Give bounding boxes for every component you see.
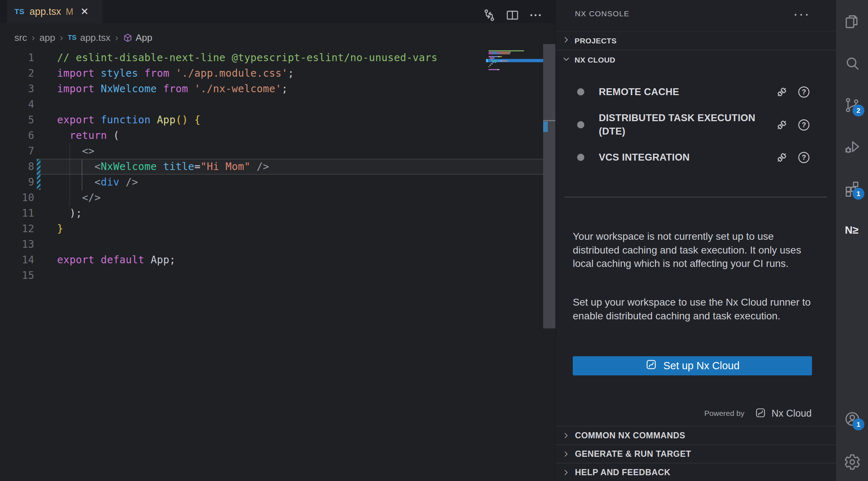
open-changes-icon[interactable]: [482, 8, 497, 24]
code-line-13: 13: [0, 237, 543, 252]
section-nx-cloud[interactable]: NX CLOUD: [556, 50, 836, 69]
breadcrumb-separator: ›: [60, 32, 63, 43]
chevron-right-icon: [562, 35, 575, 46]
breadcrumb-label: app: [39, 32, 55, 43]
powered-by-label: Powered by: [704, 409, 744, 418]
line-number: 3: [0, 81, 34, 97]
code-text: export default App;: [57, 252, 176, 268]
line-number: 12: [0, 221, 34, 237]
section-label: PROJECTS: [575, 37, 616, 45]
minimap-line-segment: [489, 50, 524, 51]
overview-ruler-line: [543, 120, 555, 121]
editor-scrollbar[interactable]: [543, 44, 555, 328]
connect-icon[interactable]: [775, 118, 788, 132]
feature-row-distributed-task-execution-dte-: DISTRIBUTED TASK EXECUTION (DTE)?: [556, 108, 836, 142]
panel-title: NX CONSOLE: [575, 9, 629, 18]
line-number: 6: [0, 128, 34, 143]
breadcrumb-item-app-tsx[interactable]: TSapp.tsx: [68, 32, 110, 43]
code-line-11: 11 );: [0, 205, 543, 221]
feature-label: VCS INTEGRATION: [599, 151, 690, 164]
minimap-line-segment: [495, 62, 496, 63]
code-line-2: 2import styles from './app.module.css';: [0, 65, 543, 81]
tab-label: app.tsx: [30, 6, 61, 17]
breadcrumb-item-src[interactable]: src: [14, 32, 27, 43]
code-text: export function App() {: [57, 112, 201, 128]
breadcrumb-item-App[interactable]: App: [123, 32, 152, 43]
more-actions-icon[interactable]: [528, 8, 543, 24]
tab-app-tsx[interactable]: TS app.tsx M ✕: [7, 0, 103, 23]
minimap-line-segment: [501, 53, 509, 54]
code-line-12: 12}: [0, 221, 543, 237]
divider: [564, 197, 827, 197]
minimap-line-segment: [498, 60, 501, 61]
connect-icon[interactable]: [775, 151, 788, 164]
section-generate-run-target[interactable]: GENERATE & RUN TARGET: [556, 444, 836, 463]
code-text: <NxWelcome title="Hi Mom" />: [57, 159, 269, 174]
minimap-line-segment: [493, 53, 498, 54]
code-text: import NxWelcome from './nx-welcome';: [57, 81, 288, 97]
close-tab-icon[interactable]: ✕: [81, 7, 89, 17]
code-line-4: 4: [0, 97, 543, 112]
help-icon[interactable]: ?: [797, 85, 811, 99]
feature-row-remote-cache: REMOTE CACHE?: [556, 80, 836, 103]
minimap-line-segment: [502, 60, 507, 61]
code-line-14: 14export default App;: [0, 252, 543, 268]
section-help-and-feedback[interactable]: HELP AND FEEDBACK: [556, 463, 836, 481]
code-line-5: 5export function App() {: [0, 112, 543, 128]
connect-icon[interactable]: [775, 85, 788, 99]
activity-bar: 21N≥1: [835, 0, 868, 481]
svg-text:?: ?: [802, 88, 806, 96]
activity-bar-accounts-icon[interactable]: 1: [836, 403, 868, 435]
minimap-line-segment: [490, 58, 494, 59]
minimap-line-segment: [489, 66, 489, 67]
activity-bar-extensions-icon[interactable]: 1: [836, 172, 868, 204]
activity-bar-explorer-icon[interactable]: [836, 5, 868, 38]
status-bullet-icon: [577, 121, 584, 128]
breadcrumb-item-app[interactable]: app: [39, 32, 55, 43]
activity-bar-settings-icon[interactable]: [836, 446, 868, 478]
line-number: 1: [0, 50, 34, 65]
activity-bar-run-and-debug-icon[interactable]: [836, 130, 868, 163]
minimap-line-segment: [499, 52, 510, 53]
minimap-line-segment: [507, 60, 508, 61]
breadcrumb: src›app›TSapp.tsx›App: [14, 28, 152, 47]
section-common-nx-commands[interactable]: COMMON NX COMMANDS: [556, 426, 836, 444]
setup-hint-text: Set up your workspace to use the Nx Clou…: [573, 295, 814, 323]
minimap-modified-marker: [486, 59, 488, 62]
symbol-cube-icon: [123, 33, 133, 43]
breadcrumb-separator: ›: [32, 32, 35, 43]
minimap-line-segment: [490, 65, 491, 66]
help-icon[interactable]: ?: [797, 118, 811, 132]
breadcrumb-label: src: [14, 32, 27, 43]
svg-text:?: ?: [802, 153, 806, 161]
activity-bar-search-icon[interactable]: [836, 47, 868, 80]
breadcrumb-separator: ›: [115, 32, 119, 43]
workspace-status-text: Your workspace is not currently set up t…: [573, 230, 814, 271]
feature-label: DISTRIBUTED TASK EXECUTION (DTE): [599, 111, 758, 138]
activity-bar-source-control-icon[interactable]: 2: [836, 89, 868, 121]
line-number: 7: [0, 143, 34, 159]
line-number: 5: [0, 112, 34, 128]
badge: 2: [852, 105, 864, 116]
section-projects[interactable]: PROJECTS: [556, 31, 836, 50]
minimap-line-segment: [510, 53, 510, 54]
feature-row-vcs-integration: VCS INTEGRATION?: [556, 146, 836, 169]
activity-bar-nx-console-icon[interactable]: N≥: [836, 213, 868, 246]
nx-console-panel: NX CONSOLE ··· PROJECTS NX CLOUD REMOTE …: [555, 0, 835, 481]
minimap-line-segment: [499, 56, 500, 57]
help-icon[interactable]: ?: [797, 151, 811, 164]
badge: 1: [852, 418, 864, 430]
setup-nx-cloud-button[interactable]: Set up Nx Cloud: [573, 356, 812, 375]
code-text: </>: [57, 190, 101, 205]
minimap-line-segment: [494, 58, 494, 59]
powered-by-nx-cloud[interactable]: Powered by Nx Cloud: [704, 405, 812, 422]
panel-more-actions-icon[interactable]: ···: [793, 7, 810, 22]
minimap-line-segment: [489, 56, 493, 57]
split-editor-icon[interactable]: [505, 8, 520, 24]
line-number: 8: [0, 159, 34, 174]
status-bullet-icon: [577, 88, 584, 95]
chevron-down-icon: [562, 54, 575, 65]
line-number: 2: [0, 65, 34, 81]
code-line-1: 1// eslint-disable-next-line @typescript…: [0, 50, 543, 65]
feature-actions: ?: [775, 151, 811, 164]
